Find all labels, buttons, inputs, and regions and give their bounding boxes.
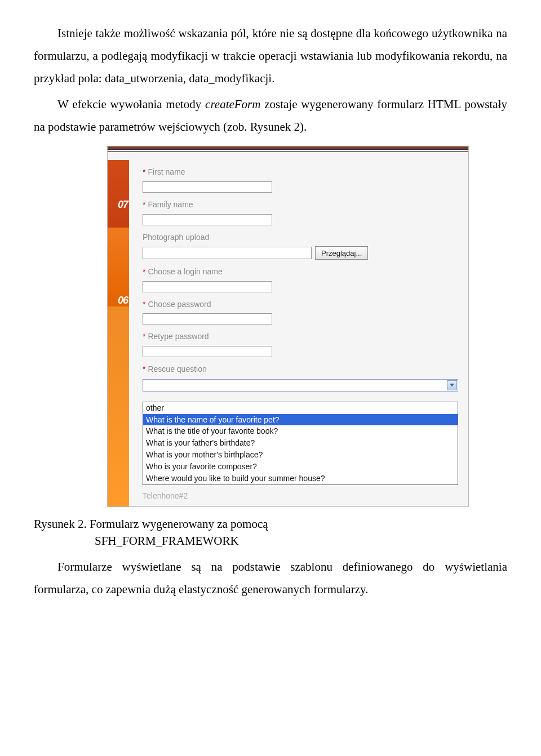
field-login: *Choose a login name (143, 264, 468, 292)
field-password: *Choose password (143, 297, 468, 325)
paragraph-2: W efekcie wywołania metody createForm zo… (34, 94, 507, 139)
label-first-name: *First name (143, 164, 468, 180)
label-password: *Choose password (143, 297, 468, 312)
decor-under-line (108, 149, 468, 152)
label-family-name: *Family name (143, 197, 468, 212)
sidebar-year-bottom: 06 (118, 291, 128, 310)
dropdown-option[interactable]: other (143, 402, 458, 414)
p2-part-a: W efekcie wywołania metody (57, 97, 205, 111)
form-column: *First name *Family name Photograph uplo… (129, 160, 468, 506)
dropdown-option[interactable]: What is your mother's birthplace? (143, 449, 458, 461)
required-asterisk: * (143, 300, 145, 309)
select-rescue-question[interactable] (143, 379, 458, 392)
dropdown-option[interactable]: Where would you like to build your summe… (143, 473, 458, 484)
required-asterisk: * (143, 364, 145, 373)
dropdown-option[interactable]: Who is your favorite composer? (143, 461, 458, 473)
input-family-name[interactable] (143, 214, 272, 225)
input-retype[interactable] (143, 346, 272, 357)
label-rescue: *Rescue question (143, 362, 468, 377)
caption-line1: Rysunek 2. Formularz wygenerowany za pom… (34, 517, 268, 531)
dropdown-listbox[interactable]: other What is the name of your favorite … (143, 402, 458, 485)
label-photo-upload: Photograph upload (143, 230, 468, 245)
input-file-path[interactable] (143, 247, 312, 259)
screenshot-panel: 07 06 *First name *Family name Photograp… (107, 146, 469, 507)
input-password[interactable] (143, 313, 272, 324)
label-retype: *Retype password (143, 329, 468, 344)
label-telephone-truncated: Telenhone#2 (143, 485, 468, 505)
paragraph-1: Istnieje także możliwość wskazania pól, … (34, 23, 507, 90)
required-asterisk: * (143, 267, 145, 276)
label-login: *Choose a login name (143, 264, 468, 279)
required-asterisk: * (143, 332, 145, 341)
figure-2: 07 06 *First name *Family name Photograp… (107, 146, 468, 507)
p2-method-name: createForm (205, 97, 260, 111)
dropdown-option[interactable]: What is your father's birthdate? (143, 437, 458, 449)
caption-line2: SFH_FORM_FRAMEWORK (95, 534, 239, 548)
field-first-name: *First name (143, 164, 468, 193)
input-first-name[interactable] (143, 181, 272, 193)
input-login[interactable] (143, 281, 272, 292)
dropdown-option-selected[interactable]: What is the name of your favorite pet? (143, 414, 458, 426)
browse-button[interactable]: Przeglądaj... (315, 246, 368, 260)
field-photo-upload: Photograph upload Przeglądaj... (143, 230, 468, 260)
required-asterisk: * (143, 200, 145, 209)
figure-caption: Rysunek 2. Formularz wygenerowany za pom… (34, 516, 507, 549)
chevron-down-icon (450, 384, 454, 386)
field-retype: *Retype password (143, 329, 468, 357)
field-family-name: *Family name (143, 197, 468, 225)
sidebar-stripe: 07 06 (108, 160, 129, 506)
field-rescue-question: *Rescue question (143, 362, 468, 392)
dropdown-option[interactable]: What is the title of your favorite book? (143, 425, 458, 437)
required-asterisk: * (143, 167, 145, 176)
paragraph-3: Formularze wyświetlane są na podstawie s… (34, 556, 507, 601)
sidebar-year-top: 07 (118, 195, 128, 214)
